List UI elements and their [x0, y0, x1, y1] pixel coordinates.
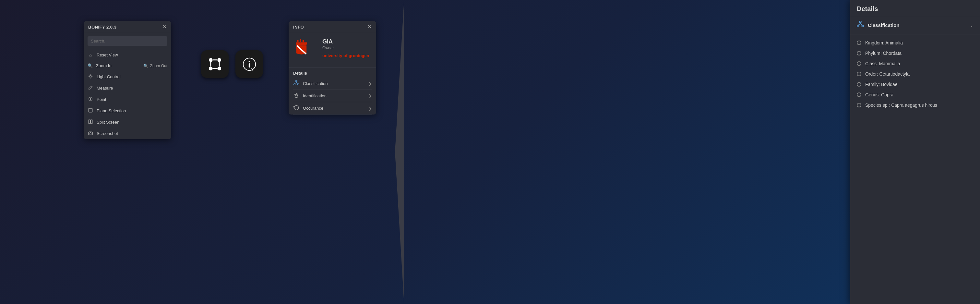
- family-text: Family: Bovidae: [865, 82, 897, 87]
- identification-chevron: ❯: [368, 94, 372, 98]
- reset-view-label: Reset View: [97, 53, 118, 57]
- bonify-menu-plane-selection[interactable]: ▶ Plane Selection: [84, 105, 171, 116]
- zoom-out-button[interactable]: 🔍 Zoom Out: [143, 64, 167, 68]
- kingdom-text: Kingdom: Animalia: [865, 40, 903, 45]
- gia-label: GIA: [322, 38, 372, 45]
- zoom-in-label: Zoom In: [96, 63, 111, 68]
- svg-point-9: [89, 97, 92, 101]
- details-panel: Details Classification ⌄ Kingdom: Animal…: [850, 0, 980, 304]
- svg-point-16: [208, 67, 212, 70]
- bonify-panel-title: BONIFY 2.0.3: [88, 25, 116, 30]
- svg-point-18: [217, 67, 221, 70]
- taxonomy-kingdom: Kingdom: Animalia: [857, 38, 974, 48]
- svg-point-17: [217, 58, 221, 62]
- svg-rect-13: [91, 120, 92, 124]
- paw-icon: [293, 92, 299, 98]
- order-text: Order: Cetartiodactyla: [865, 72, 910, 76]
- class-text: Class: Mammalia: [865, 61, 900, 66]
- radio-phylum: [857, 51, 861, 56]
- details-panel-header: Details: [850, 0, 980, 16]
- info-close-button[interactable]: ✕: [368, 24, 372, 30]
- taxonomy-class: Class: Mammalia: [857, 58, 974, 69]
- bonify-menu-point[interactable]: Point: [84, 94, 171, 105]
- svg-line-46: [860, 24, 862, 25]
- university-logo: [293, 38, 319, 63]
- info-details-title: Details: [293, 71, 372, 76]
- svg-rect-32: [294, 84, 296, 85]
- plane-selection-label: Plane Selection: [97, 108, 126, 113]
- svg-rect-42: [857, 25, 859, 27]
- info-occurance-item[interactable]: Occurance ❯: [293, 102, 372, 115]
- info-classification-item[interactable]: Classification ❯: [293, 78, 372, 90]
- classification-icon: [293, 80, 300, 87]
- svg-point-10: [90, 98, 91, 100]
- bonify-menu-split-screen[interactable]: ▶ Split Screen: [84, 116, 171, 128]
- point-label: Point: [97, 97, 107, 102]
- radio-class: [857, 61, 861, 66]
- measure-icon: [88, 85, 93, 91]
- university-name: university of groningen: [322, 53, 372, 59]
- svg-point-38: [296, 94, 297, 94]
- radio-kingdom: [857, 41, 861, 45]
- zoom-out-label: Zoom Out: [150, 64, 167, 68]
- svg-rect-27: [300, 39, 301, 42]
- classification-expandable-header[interactable]: Classification ⌄: [850, 16, 980, 34]
- bonify-menu-zoom[interactable]: ▶ 🔍 Zoom In 🔍 Zoom Out: [84, 60, 171, 71]
- logo-owner-container: GIA Owner university of groningen: [289, 33, 376, 67]
- occurance-icon: [293, 105, 300, 111]
- taxonomy-genus: Genus: Capra: [857, 89, 974, 100]
- bonify-menu-screenshot[interactable]: ▶ Screenshot: [84, 128, 171, 139]
- zoom-in-icon: 🔍: [88, 63, 93, 68]
- details-panel-title: Details: [857, 5, 878, 12]
- svg-rect-25: [248, 63, 250, 67]
- info-identification-item[interactable]: Identification ❯: [293, 90, 372, 102]
- occurance-label: Occurance: [303, 106, 365, 111]
- owner-label: Owner: [322, 46, 372, 50]
- bonify-icon-button[interactable]: [201, 50, 229, 78]
- bone-icon: [208, 57, 222, 72]
- bonify-menu-reset-view[interactable]: ▶ ⌂ Reset View: [84, 49, 171, 60]
- classification-chevron: ❯: [368, 81, 372, 86]
- svg-point-14: [90, 132, 91, 134]
- identification-icon: [293, 92, 300, 99]
- measure-label: Measure: [97, 86, 113, 91]
- bonify-panel-header: BONIFY 2.0.3 ✕: [84, 21, 171, 33]
- svg-line-35: [294, 83, 296, 84]
- history-icon: [293, 105, 299, 111]
- bonify-close-button[interactable]: ✕: [162, 24, 167, 30]
- org-chart-icon: [293, 80, 299, 86]
- light-control-label: Light Control: [97, 74, 121, 79]
- svg-rect-31: [296, 80, 298, 82]
- svg-point-24: [248, 60, 250, 62]
- radio-species: [857, 103, 861, 107]
- zoom-out-icon: 🔍: [143, 64, 148, 68]
- split-icon: [88, 119, 93, 125]
- info-panel: INFO ✕: [289, 21, 376, 115]
- light-icon: [88, 74, 93, 80]
- radio-order: [857, 72, 861, 76]
- svg-rect-29: [302, 40, 304, 43]
- info-icon-button[interactable]: [235, 50, 263, 78]
- occurance-chevron: ❯: [368, 106, 372, 111]
- screenshot-icon: [88, 131, 93, 136]
- classification-chevron-icon: ⌄: [970, 23, 974, 28]
- svg-point-15: [208, 58, 212, 62]
- svg-point-0: [89, 75, 91, 77]
- info-panel-header: INFO ✕: [289, 21, 376, 33]
- svg-rect-11: [89, 108, 92, 112]
- svg-rect-28: [297, 40, 298, 43]
- plane-icon: [88, 108, 93, 113]
- svg-rect-22: [212, 68, 217, 69]
- point-icon: [88, 97, 93, 102]
- screenshot-label: Screenshot: [97, 131, 118, 136]
- species-text: Species sp.: Capra aegagrus hircus: [865, 102, 937, 108]
- taxonomy-phylum: Phylum: Chordata: [857, 48, 974, 58]
- taxonomy-order: Order: Cetartiodactyla: [857, 69, 974, 79]
- bonify-menu-measure[interactable]: Measure: [84, 83, 171, 94]
- owner-text-area: GIA Owner university of groningen: [322, 38, 372, 59]
- info-details-section: Details Classification ❯: [289, 67, 376, 115]
- taxonomy-family: Family: Bovidae: [857, 79, 974, 89]
- bonify-menu-light-control[interactable]: ▶ Light Control: [84, 71, 171, 83]
- search-input[interactable]: [88, 37, 167, 46]
- classification-section-label: Classification: [868, 22, 966, 28]
